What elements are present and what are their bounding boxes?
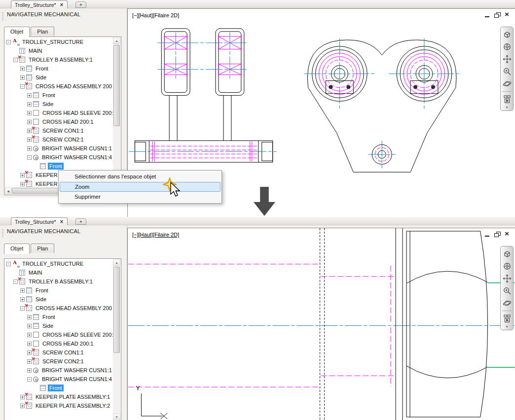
tree-expand-icon[interactable]: +: [20, 288, 25, 293]
tree-item-label[interactable]: MAIN: [27, 269, 44, 276]
washer-icon: [33, 368, 38, 373]
drawing-tab[interactable]: Trolley_Structure* ×: [11, 0, 68, 8]
tree-collapse-icon[interactable]: -: [27, 155, 32, 160]
toolbar-more-chevron-icon[interactable]: ▼: [506, 325, 509, 328]
viewport-view-label[interactable]: [−][Haut][Filaire 2D]: [132, 232, 179, 238]
tree-collapse-icon[interactable]: -: [27, 377, 32, 382]
viewcube-icon[interactable]: [502, 29, 513, 40]
tree-item-label[interactable]: SCREW CON2:1: [41, 136, 85, 143]
tree-item-label[interactable]: TROLLEY_STRUCTURE: [21, 260, 85, 267]
tab-objet[interactable]: Objet: [4, 27, 30, 37]
scrollbar-thumb[interactable]: [113, 45, 120, 126]
tree-item-label[interactable]: TROLLEY B ASSEMBLY:1: [27, 278, 94, 285]
tree-item-label[interactable]: CROSS HEAD SLEEVE 200:1: [41, 109, 113, 116]
showmotion-icon[interactable]: [502, 313, 513, 324]
tree-item-label[interactable]: Side: [41, 322, 55, 329]
tree-item-label[interactable]: Front: [34, 65, 50, 72]
minimize-icon[interactable]: [483, 12, 491, 18]
tab-close-icon[interactable]: ×: [60, 219, 64, 224]
tree-expand-icon[interactable]: +: [27, 368, 32, 373]
tree-item-label[interactable]: KEEPER PLATE ASSEMBLY:1: [34, 393, 111, 400]
tree-item-label[interactable]: MAIN: [27, 47, 44, 54]
zoom-icon[interactable]: [502, 285, 513, 296]
tree-item-label[interactable]: CROSS HEAD ASSEMBLY 200: [34, 83, 113, 90]
tree-item-label[interactable]: SCREW CON2:1: [41, 358, 85, 365]
tree-item-label[interactable]: BRIGHT WASHER CUSN1:1: [40, 145, 113, 152]
drawing-area-zoomed[interactable]: Y: [128, 228, 515, 420]
tree-item-label[interactable]: BRIGHT WASHER CUSN1:4: [40, 154, 113, 161]
panel-grip-handle[interactable]: [2, 229, 3, 237]
tree-expand-icon[interactable]: +: [27, 324, 32, 328]
tree-collapse-icon[interactable]: -: [6, 40, 11, 44]
tree-item-label[interactable]: Front: [41, 314, 57, 320]
tree-expand-icon[interactable]: +: [27, 111, 32, 115]
panel-grip-handle[interactable]: [2, 12, 3, 20]
tree-item-label[interactable]: CROSS HEAD ASSEMBLY 200: [34, 305, 113, 312]
scroll-up-icon[interactable]: ▲: [113, 259, 120, 266]
tree-expand-icon[interactable]: +: [27, 333, 32, 337]
tree-item-label[interactable]: Front: [48, 385, 64, 391]
restore-icon[interactable]: [493, 12, 501, 18]
tree-item-label[interactable]: SCREW CON1:1: [41, 349, 85, 356]
tree-expand-icon[interactable]: +: [20, 297, 25, 302]
tree-item-label[interactable]: Front: [41, 92, 57, 99]
tree-item-label[interactable]: CROSS HEAD SLEEVE 200:1: [41, 331, 113, 338]
tree-expand-icon[interactable]: +: [20, 67, 25, 71]
tab-objet[interactable]: Objet: [4, 244, 30, 254]
tree-item-label[interactable]: Front: [48, 163, 64, 170]
toolbar-more-chevron-icon[interactable]: ▼: [506, 106, 509, 109]
minimize-icon[interactable]: [483, 231, 491, 238]
tab-plan[interactable]: Plan: [31, 27, 54, 36]
model-viewport[interactable]: [−][Haut][Filaire 2D]: [127, 228, 515, 420]
tree-expand-icon[interactable]: +: [27, 93, 32, 98]
close-icon[interactable]: [503, 231, 511, 238]
context-menu-item[interactable]: Sélectionner dans l'espace objet: [60, 172, 221, 182]
restore-icon[interactable]: [493, 231, 501, 238]
tree-vertical-scrollbar[interactable]: ▲ ▼: [113, 259, 120, 420]
pan-icon[interactable]: [502, 273, 513, 284]
scroll-down-icon[interactable]: ▼: [113, 414, 120, 420]
tree-item-label[interactable]: BRIGHT WASHER CUSN1:1: [40, 367, 113, 374]
tree-expand-icon[interactable]: +: [27, 120, 32, 124]
viewport-view-label[interactable]: [−][Haut][Filaire 2D]: [132, 12, 179, 18]
tree-expand-icon[interactable]: +: [27, 315, 32, 319]
tree-item-label[interactable]: Side: [34, 296, 48, 303]
scroll-left-icon[interactable]: ◀: [5, 187, 11, 194]
scroll-up-icon[interactable]: ▲: [113, 37, 120, 44]
orbit-icon[interactable]: [502, 78, 513, 89]
tree-collapse-icon[interactable]: -: [6, 262, 11, 266]
tree-item-label[interactable]: TROLLEY_STRUCTURE: [21, 38, 85, 45]
close-icon[interactable]: [503, 12, 511, 18]
tree-item-label[interactable]: Front: [34, 287, 50, 294]
new-tab-button[interactable]: +: [75, 1, 86, 8]
steering-wheel-icon[interactable]: [502, 41, 513, 52]
tree-item-label[interactable]: KEEPER PLATE ASSEMBLY:2: [34, 402, 111, 409]
new-tab-button[interactable]: +: [75, 218, 86, 225]
tree-item-label[interactable]: BRIGHT WASHER CUSN1:4: [40, 376, 113, 383]
tree-expand-icon[interactable]: +: [27, 102, 32, 106]
tree-expand-icon[interactable]: +: [20, 75, 25, 80]
tree-item-label[interactable]: CROSS HEAD 200:1: [41, 340, 95, 347]
pan-icon[interactable]: [502, 54, 513, 65]
tree-expand-icon[interactable]: +: [27, 146, 32, 151]
zoom-icon[interactable]: [502, 66, 513, 77]
tree-item-label[interactable]: SCREW CON1:1: [41, 127, 85, 134]
tree-vertical-scrollbar[interactable]: ▲ ▼: [113, 37, 120, 187]
tree-expand-icon[interactable]: +: [27, 342, 32, 346]
showmotion-icon[interactable]: [502, 94, 513, 105]
tree-item-label[interactable]: Side: [41, 101, 55, 107]
scrollbar-thumb[interactable]: [113, 267, 120, 353]
view-icon: [26, 296, 32, 302]
tab-plan[interactable]: Plan: [31, 244, 54, 253]
context-menu-item[interactable]: Supprimer: [60, 192, 221, 202]
tree-item-label[interactable]: CROSS HEAD 200:1: [41, 118, 95, 125]
steering-wheel-icon[interactable]: [502, 261, 513, 272]
viewcube-icon[interactable]: [502, 248, 513, 259]
orbit-icon[interactable]: [502, 298, 513, 309]
tree-item-label[interactable]: Side: [34, 74, 48, 81]
navigator-title: NAVIGATEUR MECHANICAL: [7, 11, 80, 17]
tree-item-label[interactable]: TROLLEY B ASSEMBLY:1: [27, 56, 94, 63]
context-menu-item[interactable]: Zoom: [60, 182, 221, 192]
drawing-tab[interactable]: Trolley_Structure* ×: [11, 217, 68, 225]
tab-close-icon[interactable]: ×: [60, 2, 64, 7]
